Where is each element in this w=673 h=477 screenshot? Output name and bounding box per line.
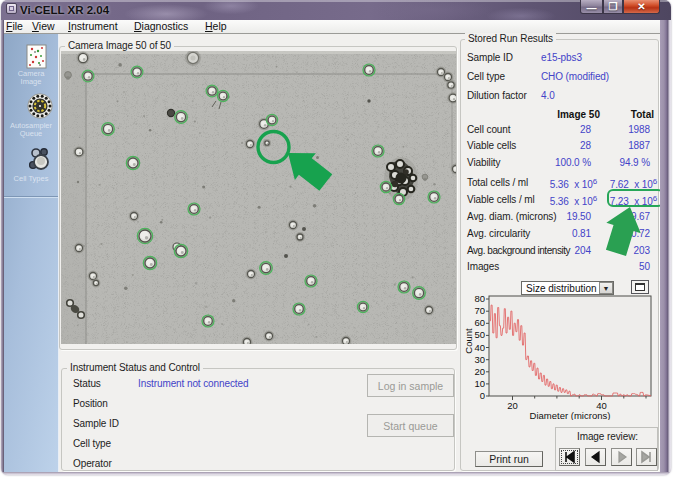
svg-text:0: 0 [480,390,485,401]
svg-text:20: 20 [474,366,485,377]
svg-text:Diameter (microns): Diameter (microns) [530,410,611,420]
svg-text:20: 20 [507,400,518,411]
svg-text:70: 70 [474,305,485,316]
svg-text:60: 60 [474,317,485,328]
svg-text:30: 30 [474,354,485,365]
svg-text:10: 10 [474,378,485,389]
svg-text:50: 50 [474,329,485,340]
svg-text:40: 40 [474,342,485,353]
svg-text:80: 80 [474,293,485,304]
